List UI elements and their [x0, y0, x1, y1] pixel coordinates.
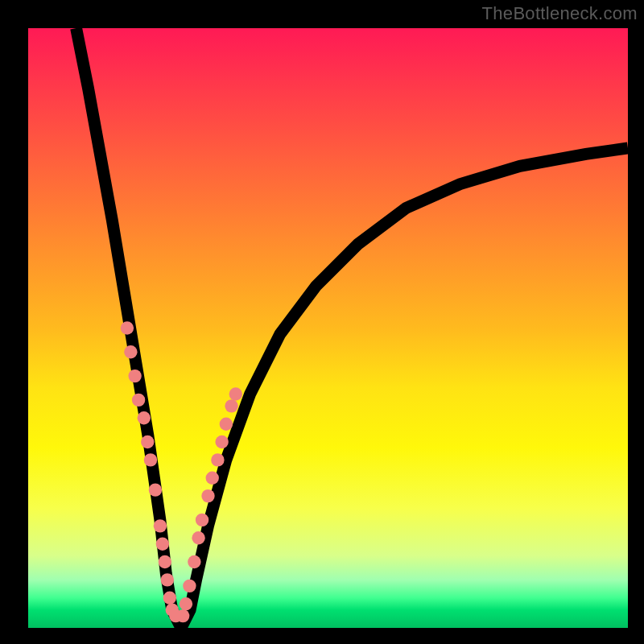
data-dot	[154, 519, 167, 532]
data-dot	[183, 580, 196, 592]
chart-svg-layer	[28, 28, 628, 628]
data-dot	[163, 592, 176, 605]
data-dot	[206, 472, 219, 485]
v-curve-path	[76, 28, 628, 622]
data-dot	[124, 345, 137, 358]
data-dot	[138, 411, 151, 424]
data-dot	[201, 489, 214, 502]
data-dot	[215, 436, 228, 448]
data-dot	[128, 369, 141, 382]
data-dot	[188, 555, 200, 568]
data-dot	[220, 418, 233, 431]
data-dot	[176, 609, 189, 622]
data-dot	[180, 597, 192, 610]
data-dot	[144, 453, 157, 466]
chart-outer-frame: TheBottleneck.com	[0, 0, 644, 644]
data-dot	[211, 453, 224, 466]
data-dot	[196, 514, 208, 526]
data-dot	[156, 538, 169, 551]
data-dot	[225, 399, 237, 412]
bottleneck-curve	[76, 28, 628, 622]
watermark-text: TheBottleneck.com	[482, 3, 638, 24]
data-dot	[229, 387, 242, 400]
data-dot	[121, 321, 134, 334]
data-dot	[141, 436, 154, 448]
data-dot	[161, 573, 174, 586]
data-dot	[192, 531, 204, 544]
data-dot	[132, 394, 145, 407]
plot-area	[28, 28, 628, 628]
data-dot	[159, 555, 171, 568]
data-dot	[149, 483, 162, 496]
